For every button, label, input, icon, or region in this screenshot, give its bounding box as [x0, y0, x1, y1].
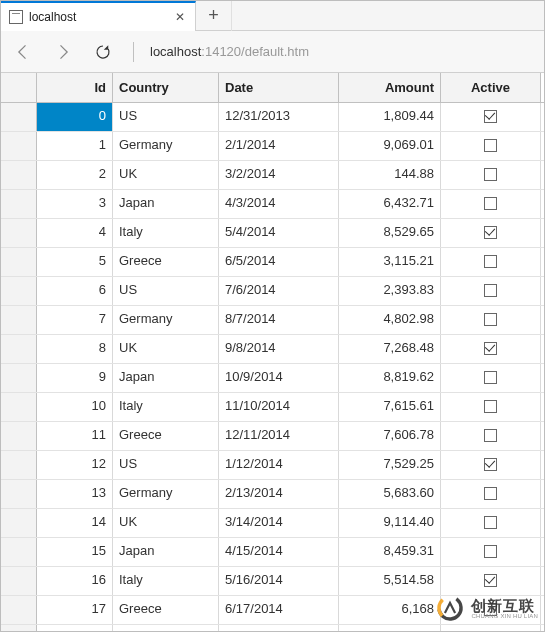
row-header[interactable] — [1, 132, 37, 160]
cell-active[interactable] — [441, 219, 541, 247]
cell-date[interactable]: 3/14/2014 — [219, 509, 339, 537]
cell-date[interactable]: 9/8/2014 — [219, 335, 339, 363]
cell-id[interactable]: 11 — [37, 422, 113, 450]
table-row[interactable]: 6US7/6/20142,393.83 — [1, 277, 544, 306]
cell-country[interactable]: US — [113, 277, 219, 305]
table-row[interactable]: 0US12/31/20131,809.44 — [1, 103, 544, 132]
row-header[interactable] — [1, 393, 37, 421]
cell-country[interactable]: Italy — [113, 393, 219, 421]
cell-country[interactable]: Japan — [113, 190, 219, 218]
col-header-id[interactable]: Id — [37, 73, 113, 102]
cell-id[interactable]: 18 — [37, 625, 113, 632]
cell-id[interactable]: 17 — [37, 596, 113, 624]
checkbox-icon[interactable] — [484, 139, 497, 152]
cell-country[interactable]: Italy — [113, 567, 219, 595]
cell-date[interactable]: 4/3/2014 — [219, 190, 339, 218]
cell-date[interactable]: 12/31/2013 — [219, 103, 339, 131]
table-row[interactable]: 1Germany2/1/20149,069.01 — [1, 132, 544, 161]
cell-active[interactable] — [441, 103, 541, 131]
table-row[interactable]: 2UK3/2/2014144.88 — [1, 161, 544, 190]
cell-amount[interactable]: 4,846 — [339, 625, 441, 632]
cell-amount[interactable]: 8,459.31 — [339, 538, 441, 566]
cell-amount[interactable]: 6,432.71 — [339, 190, 441, 218]
cell-id[interactable]: 13 — [37, 480, 113, 508]
row-header[interactable] — [1, 190, 37, 218]
checkbox-icon[interactable] — [484, 487, 497, 500]
cell-active[interactable] — [441, 364, 541, 392]
cell-country[interactable]: US — [113, 103, 219, 131]
table-row[interactable]: 11Greece12/11/20147,606.78 — [1, 422, 544, 451]
cell-amount[interactable]: 1,809.44 — [339, 103, 441, 131]
cell-date[interactable]: 3/2/2014 — [219, 161, 339, 189]
checkbox-icon[interactable] — [484, 429, 497, 442]
cell-country[interactable]: US — [113, 625, 219, 632]
address-bar[interactable]: localhost:14120/default.htm — [150, 44, 309, 59]
cell-date[interactable]: 5/4/2014 — [219, 219, 339, 247]
cell-active[interactable] — [441, 625, 541, 632]
cell-id[interactable]: 9 — [37, 364, 113, 392]
cell-country[interactable]: Greece — [113, 422, 219, 450]
cell-active[interactable] — [441, 161, 541, 189]
cell-active[interactable] — [441, 509, 541, 537]
cell-country[interactable]: US — [113, 451, 219, 479]
row-header[interactable] — [1, 364, 37, 392]
checkbox-icon[interactable] — [484, 603, 497, 616]
row-header[interactable] — [1, 538, 37, 566]
cell-country[interactable]: Germany — [113, 480, 219, 508]
checkbox-icon[interactable] — [484, 400, 497, 413]
checkbox-icon[interactable] — [484, 197, 497, 210]
cell-date[interactable]: 7/6/2014 — [219, 277, 339, 305]
cell-id[interactable]: 15 — [37, 538, 113, 566]
cell-active[interactable] — [441, 451, 541, 479]
checkbox-checked-icon[interactable] — [484, 574, 497, 587]
row-header[interactable] — [1, 567, 37, 595]
cell-active[interactable] — [441, 335, 541, 363]
cell-date[interactable]: 10/9/2014 — [219, 364, 339, 392]
cell-active[interactable] — [441, 277, 541, 305]
cell-active[interactable] — [441, 596, 541, 624]
row-header[interactable] — [1, 509, 37, 537]
cell-id[interactable]: 16 — [37, 567, 113, 595]
cell-amount[interactable]: 3,115.21 — [339, 248, 441, 276]
cell-amount[interactable]: 2,393.83 — [339, 277, 441, 305]
cell-country[interactable]: Germany — [113, 306, 219, 334]
row-header[interactable] — [1, 422, 37, 450]
cell-country[interactable]: Italy — [113, 219, 219, 247]
cell-amount[interactable]: 8,819.62 — [339, 364, 441, 392]
cell-country[interactable]: Germany — [113, 132, 219, 160]
cell-amount[interactable]: 5,514.58 — [339, 567, 441, 595]
cell-amount[interactable]: 144.88 — [339, 161, 441, 189]
checkbox-checked-icon[interactable] — [484, 342, 497, 355]
cell-active[interactable] — [441, 538, 541, 566]
refresh-button[interactable] — [89, 38, 117, 66]
table-row[interactable]: 4Italy5/4/20148,529.65 — [1, 219, 544, 248]
cell-country[interactable]: Japan — [113, 538, 219, 566]
row-header[interactable] — [1, 625, 37, 632]
cell-id[interactable]: 14 — [37, 509, 113, 537]
cell-date[interactable]: 2/1/2014 — [219, 132, 339, 160]
row-header[interactable] — [1, 161, 37, 189]
col-header-amount[interactable]: Amount — [339, 73, 441, 102]
data-grid[interactable]: Id Country Date Amount Active 0US12/31/2… — [1, 73, 544, 632]
cell-active[interactable] — [441, 393, 541, 421]
cell-date[interactable]: 11/10/2014 — [219, 393, 339, 421]
row-header[interactable] — [1, 248, 37, 276]
table-row[interactable]: 5Greece6/5/20143,115.21 — [1, 248, 544, 277]
cell-amount[interactable]: 4,802.98 — [339, 306, 441, 334]
cell-id[interactable]: 10 — [37, 393, 113, 421]
cell-id[interactable]: 4 — [37, 219, 113, 247]
cell-country[interactable]: Greece — [113, 248, 219, 276]
checkbox-checked-icon[interactable] — [484, 110, 497, 123]
checkbox-icon[interactable] — [484, 313, 497, 326]
col-header-country[interactable]: Country — [113, 73, 219, 102]
row-header[interactable] — [1, 219, 37, 247]
cell-amount[interactable]: 9,114.40 — [339, 509, 441, 537]
row-header[interactable] — [1, 335, 37, 363]
cell-amount[interactable]: 7,268.48 — [339, 335, 441, 363]
row-header[interactable] — [1, 480, 37, 508]
table-row[interactable]: 12US1/12/20147,529.25 — [1, 451, 544, 480]
checkbox-icon[interactable] — [484, 545, 497, 558]
cell-date[interactable]: 2/13/2014 — [219, 480, 339, 508]
cell-id[interactable]: 7 — [37, 306, 113, 334]
cell-amount[interactable]: 5,683.60 — [339, 480, 441, 508]
